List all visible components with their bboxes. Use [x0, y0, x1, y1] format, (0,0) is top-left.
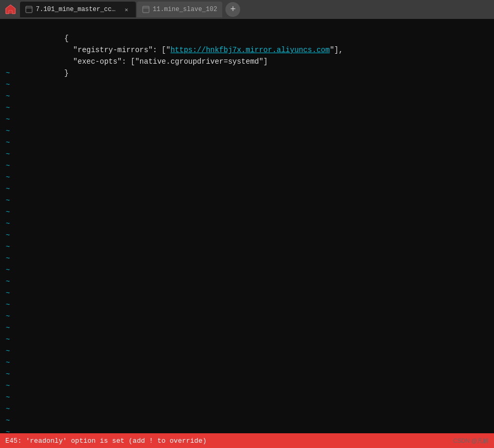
- code-line-23: [20, 276, 490, 287]
- status-bar: E45: 'readonly' option is set (add ! to …: [0, 433, 494, 448]
- tilde-25: ~: [0, 345, 16, 357]
- code-line-12: [20, 148, 490, 160]
- registry-key: "registry-mirrors": [73, 46, 153, 54]
- code-line-9: [20, 114, 490, 125]
- brace-close: }: [64, 69, 68, 77]
- tab-active[interactable]: 7.101_mine_master_ccccttttcccc_10 ✕: [20, 2, 136, 17]
- tilde-24: ~: [0, 334, 16, 345]
- code-line-29: [20, 345, 490, 357]
- code-line-33: [20, 392, 490, 403]
- tilde-21: ~: [0, 299, 16, 311]
- browser-home-icon[interactable]: [2, 1, 19, 18]
- tilde-11: ~: [0, 183, 16, 195]
- tilde-28: ~: [0, 380, 16, 392]
- code-line-19: [20, 230, 490, 241]
- tilde-12: ~: [0, 195, 16, 206]
- code-line-18: [20, 218, 490, 230]
- tilde-13: ~: [0, 206, 16, 218]
- tilde-4: ~: [0, 102, 16, 114]
- code-line-25: [20, 299, 490, 311]
- code-line-17: [20, 206, 490, 218]
- svg-rect-2: [26, 6, 32, 13]
- editor-area: ~ ~ ~ ~ ~ ~ ~ ~ ~ ~ ~ ~ ~ ~ ~ ~ ~ ~ ~ ~: [0, 19, 494, 448]
- watermark: CSDN @凡解: [453, 437, 489, 445]
- code-line-22: [20, 264, 490, 276]
- code-line-27: [20, 322, 490, 334]
- tilde-14: ~: [0, 218, 16, 230]
- code-line-7: [20, 91, 490, 102]
- code-line-16: [20, 195, 490, 206]
- tilde-23: ~: [0, 322, 16, 334]
- code-line-31: [20, 369, 490, 380]
- line-num-4: [0, 56, 16, 67]
- exec-key: "exec-opts": [73, 57, 122, 66]
- editor-content: ~ ~ ~ ~ ~ ~ ~ ~ ~ ~ ~ ~ ~ ~ ~ ~ ~ ~ ~ ~: [0, 19, 494, 433]
- code-line-11: [20, 137, 490, 148]
- tab-inactive[interactable]: 11.mine_slave_102: [137, 2, 222, 17]
- code-line-6: [20, 79, 490, 91]
- tilde-8: ~: [0, 148, 16, 160]
- tilde-30: ~: [0, 403, 16, 415]
- code-line-30: [20, 357, 490, 369]
- tilde-1: ~: [0, 67, 16, 79]
- code-line-20: [20, 241, 490, 253]
- code-line-21: [20, 253, 490, 264]
- code-line-8: [20, 102, 490, 114]
- tilde-15: ~: [0, 230, 16, 241]
- code-line-24: [20, 287, 490, 299]
- browser-window: 7.101_mine_master_ccccttttcccc_10 ✕ 11.m…: [0, 0, 494, 448]
- tilde-6: ~: [0, 125, 16, 137]
- tilde-31: ~: [0, 415, 16, 426]
- tilde-7: ~: [0, 137, 16, 148]
- tilde-17: ~: [0, 253, 16, 264]
- tilde-5: ~: [0, 114, 16, 125]
- line-num-3: [0, 44, 16, 56]
- tilde-16: ~: [0, 241, 16, 253]
- code-line-28: [20, 334, 490, 345]
- exec-value: ["native.cgroupdriver=systemd"]: [131, 57, 268, 66]
- code-line-2: "registry-mirrors": ["https://hnkfbj7x.m…: [20, 33, 490, 44]
- tab-bar: 7.101_mine_master_ccccttttcccc_10 ✕ 11.m…: [0, 0, 494, 19]
- code-line-5: [20, 67, 490, 79]
- tilde-2: ~: [0, 79, 16, 91]
- brace-open: {: [64, 34, 68, 43]
- status-message: E45: 'readonly' option is set (add ! to …: [5, 437, 206, 445]
- code-line-32: [20, 380, 490, 392]
- registry-url-link[interactable]: https://hnkfbj7x.mirror.aliyuncs.com: [171, 46, 330, 54]
- tilde-9: ~: [0, 160, 16, 172]
- new-tab-button[interactable]: +: [225, 2, 240, 17]
- tilde-26: ~: [0, 357, 16, 369]
- tilde-32: ~: [0, 426, 16, 433]
- code-line-1: {: [20, 21, 490, 33]
- line-num-1: [0, 21, 16, 33]
- tilde-18: ~: [0, 264, 16, 276]
- svg-rect-4: [143, 6, 149, 13]
- tilde-3: ~: [0, 91, 16, 102]
- tilde-10: ~: [0, 172, 16, 183]
- svg-rect-1: [9, 11, 12, 14]
- tab-active-close[interactable]: ✕: [122, 5, 131, 14]
- code-line-10: [20, 125, 490, 137]
- line-num-2: [0, 33, 16, 44]
- tilde-27: ~: [0, 369, 16, 380]
- tab-inactive-label: 11.mine_slave_102: [153, 6, 217, 13]
- code-line-26: [20, 311, 490, 322]
- tab-active-label: 7.101_mine_master_ccccttttcccc_10: [36, 6, 119, 13]
- code-line-13: [20, 160, 490, 172]
- tilde-20: ~: [0, 287, 16, 299]
- tilde-29: ~: [0, 392, 16, 403]
- code-line-14: [20, 172, 490, 183]
- code-line-15: [20, 183, 490, 195]
- code-area[interactable]: { "registry-mirrors": ["https://hnkfbj7x…: [16, 19, 494, 433]
- tilde-22: ~: [0, 311, 16, 322]
- line-numbers: ~ ~ ~ ~ ~ ~ ~ ~ ~ ~ ~ ~ ~ ~ ~ ~ ~ ~ ~ ~: [0, 19, 16, 433]
- tilde-19: ~: [0, 276, 16, 287]
